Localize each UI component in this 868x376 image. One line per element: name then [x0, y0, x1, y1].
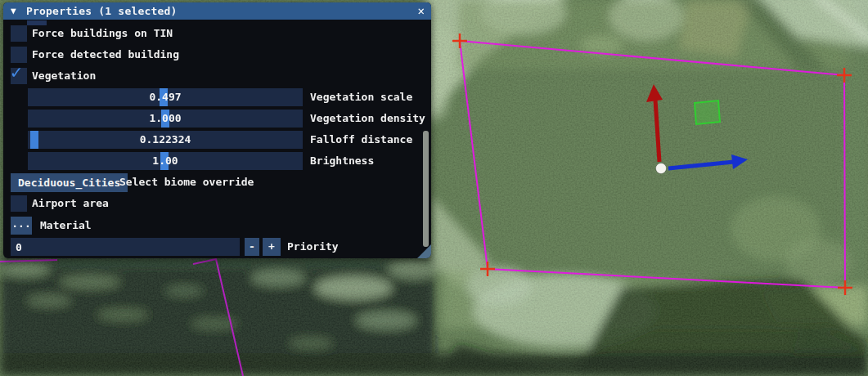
slider-falloff-distance[interactable]: 0.122324 — [28, 131, 303, 149]
checkbox-vegetation[interactable]: ✓ — [11, 68, 27, 84]
slider-brightness[interactable]: 1.00 — [28, 152, 303, 170]
slider-label: Brightness — [310, 152, 374, 170]
close-icon[interactable]: ✕ — [418, 4, 425, 18]
slider-vegetation-density[interactable]: 1.000 — [28, 110, 303, 128]
properties-panel: ▼ Properties (1 selected) ✕ Force buildi… — [3, 2, 431, 258]
panel-header[interactable]: ▼ Properties (1 selected) ✕ — [3, 2, 431, 20]
priority-label: Priority — [287, 239, 339, 255]
slider-label: Falloff distance — [310, 131, 412, 149]
slider-value: 1.000 — [28, 110, 303, 128]
gizmo-origin-handle[interactable] — [656, 163, 667, 174]
slider-label: Vegetation scale — [310, 88, 412, 106]
collapse-triangle-icon[interactable]: ▼ — [11, 5, 16, 17]
checkbox-label: Airport area — [32, 195, 109, 212]
checkbox-label: Vegetation — [32, 68, 96, 84]
biome-override-label: Select biome override — [119, 174, 254, 190]
slider-label: Vegetation density — [310, 110, 425, 128]
biome-override-button[interactable]: Deciduous_Cities — [11, 173, 128, 192]
checkbox-label: Force detected building — [32, 47, 179, 63]
checkbox-force-detected-building[interactable] — [11, 47, 27, 63]
material-label: Material — [40, 217, 92, 234]
priority-increment-button[interactable]: + — [263, 238, 281, 256]
panel-title: Properties (1 selected) — [26, 4, 178, 19]
slider-vegetation-scale[interactable]: 0.497 — [28, 88, 303, 106]
slider-value: 0.122324 — [28, 131, 303, 149]
checkbox-label: Force buildings on TIN — [32, 25, 173, 42]
material-browse-button[interactable]: ... — [11, 217, 32, 235]
green-area-marker[interactable] — [695, 101, 720, 124]
slider-value: 0.497 — [28, 88, 303, 106]
checkmark-icon: ✓ — [11, 63, 22, 82]
priority-input[interactable] — [11, 238, 240, 256]
checkbox-airport-area[interactable] — [11, 195, 27, 212]
scrollbar-thumb[interactable] — [423, 131, 429, 247]
resize-grip[interactable] — [417, 244, 431, 258]
slider-value: 1.00 — [28, 152, 303, 170]
checkbox-force-buildings-on-tin[interactable] — [11, 25, 27, 42]
priority-decrement-button[interactable]: - — [245, 238, 259, 256]
